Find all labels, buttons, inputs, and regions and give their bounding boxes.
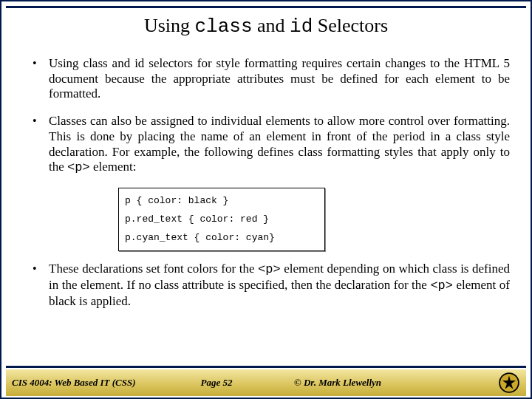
bullet-3-code-1: <p>: [258, 262, 281, 276]
title-code-class: class: [195, 16, 253, 38]
code-line-2: p.red_text { color: red }: [125, 211, 318, 229]
bullet-list-2: These declarations set font colors for t…: [30, 262, 510, 309]
bullet-list: Using class and id selectors for style f…: [30, 56, 510, 176]
bullet-3: These declarations set font colors for t…: [30, 262, 510, 309]
title-text-2: and: [253, 15, 290, 36]
bullet-2-text-b: element:: [90, 160, 137, 174]
ucf-logo-icon: [492, 372, 526, 394]
bullet-1-text: Using class and id selectors for style f…: [49, 56, 510, 100]
top-rule: [6, 6, 526, 8]
slide-body: Using class and id selectors for style f…: [30, 56, 510, 361]
bottom-rule: [6, 366, 526, 368]
slide-title: Using class and id Selectors: [1, 15, 531, 38]
bullet-2: Classes can also be assigned to individu…: [30, 114, 510, 176]
footer-author: © Dr. Mark Llewellyn: [272, 377, 492, 389]
title-text-3: Selectors: [313, 15, 388, 36]
footer-page: Page 52: [161, 377, 272, 389]
code-line-3: p.cyan_text { color: cyan}: [125, 229, 318, 248]
title-text-1: Using: [144, 15, 195, 36]
footer-bar: CIS 4004: Web Based IT (CSS) Page 52 © D…: [6, 369, 526, 396]
bullet-2-code: <p>: [67, 160, 90, 174]
bullet-1: Using class and id selectors for style f…: [30, 56, 510, 102]
bullet-3-text-a: These declarations set font colors for t…: [49, 262, 258, 276]
code-example-box: p { color: black } p.red_text { color: r…: [118, 188, 325, 251]
footer-course: CIS 4004: Web Based IT (CSS): [6, 377, 161, 389]
title-code-id: id: [290, 16, 313, 38]
code-line-1: p { color: black }: [125, 192, 318, 211]
bullet-3-code-2: <p>: [430, 279, 453, 293]
